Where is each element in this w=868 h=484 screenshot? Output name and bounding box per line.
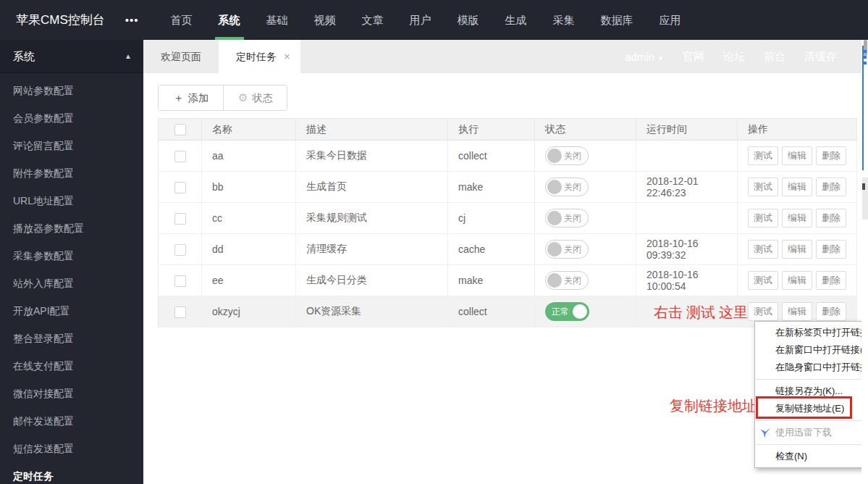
test-button[interactable]: 测试: [748, 146, 778, 165]
tab-welcome[interactable]: 欢迎页面: [143, 40, 219, 73]
cell-desc: 清理缓存: [296, 234, 448, 265]
edit-button[interactable]: 编辑: [782, 302, 812, 321]
topnav-item[interactable]: 应用: [656, 0, 685, 40]
test-button[interactable]: 测试: [748, 209, 778, 228]
context-menu-item[interactable]: 在新窗口中打开链接(W): [755, 341, 868, 359]
toggle-label: 关闭: [562, 243, 588, 256]
context-menu-item[interactable]: 在新标签页中打开链接(T): [755, 324, 868, 341]
cell-exec: make: [448, 265, 535, 296]
edit-button[interactable]: 编辑: [782, 146, 812, 165]
userbar-link[interactable]: 前台: [764, 50, 785, 64]
chevron-down-icon: ▼: [657, 55, 664, 62]
userbar-link[interactable]: 论坛: [723, 50, 745, 64]
table-header-cell: 执行: [448, 119, 535, 141]
status-toggle[interactable]: 关闭: [545, 209, 589, 228]
sidebar-item[interactable]: 播放器参数配置: [0, 214, 143, 242]
test-button[interactable]: 测试: [748, 240, 778, 259]
edit-button[interactable]: 编辑: [782, 209, 812, 228]
cell-name: bb: [202, 172, 296, 203]
sidebar-item[interactable]: 短信发送配置: [0, 435, 143, 462]
sidebar-item[interactable]: 会员参数配置: [0, 104, 143, 132]
row-checkbox[interactable]: [174, 306, 186, 318]
row-checkbox[interactable]: [174, 182, 186, 193]
delete-button[interactable]: 删除: [816, 209, 846, 228]
context-menu-item[interactable]: 在隐身窗口中打开链接(G): [755, 359, 868, 376]
checkbox-cell: [159, 172, 202, 203]
topnav-item[interactable]: 基础: [263, 0, 292, 40]
test-button[interactable]: 测试: [748, 302, 778, 321]
topnav-item[interactable]: 采集: [549, 0, 578, 40]
more-menu-icon[interactable]: •••: [125, 0, 139, 40]
delete-button[interactable]: 删除: [816, 146, 846, 165]
sidebar-item[interactable]: URL地址配置: [0, 187, 143, 214]
topnav-item[interactable]: 数据库: [597, 0, 637, 40]
sidebar-item[interactable]: 邮件发送配置: [0, 407, 143, 435]
add-button[interactable]: ＋添加: [159, 85, 223, 110]
menu-separator: [756, 379, 868, 380]
sidebar-item[interactable]: 网站参数配置: [0, 77, 143, 104]
sidebar-item[interactable]: 评论留言配置: [0, 132, 143, 159]
topnav-item[interactable]: 文章: [358, 0, 387, 40]
userbar-link[interactable]: 清缓存: [804, 50, 837, 64]
userbar-link[interactable]: 官网: [683, 50, 704, 64]
cell-desc: 采集规则测试: [296, 203, 448, 234]
context-menu-item[interactable]: 检查(N): [755, 448, 868, 465]
delete-button[interactable]: 删除: [816, 178, 846, 196]
status-toggle[interactable]: 关闭: [545, 146, 589, 165]
topnav-item[interactable]: 视频: [311, 0, 340, 40]
drag-grip-icon[interactable]: [862, 50, 867, 67]
topnav-item[interactable]: 用户: [406, 0, 435, 40]
topnav-item[interactable]: 模版: [454, 0, 483, 40]
topnav-item[interactable]: 生成: [502, 0, 531, 40]
cell-name: ee: [202, 265, 296, 296]
edit-button[interactable]: 编辑: [782, 240, 812, 259]
cell-status: 关闭: [535, 141, 636, 172]
cell-actions: 测试编辑删除: [738, 141, 857, 172]
sidebar-item[interactable]: 整合登录配置: [0, 325, 143, 352]
test-button[interactable]: 测试: [748, 178, 778, 196]
delete-button[interactable]: 删除: [816, 240, 846, 259]
cell-status: 关闭: [535, 265, 636, 296]
test-button[interactable]: 测试: [748, 271, 778, 290]
topnav-item[interactable]: 系统: [215, 0, 244, 40]
sidebar-item[interactable]: 定时任务: [0, 462, 143, 484]
sidebar-item[interactable]: 站外入库配置: [0, 270, 143, 297]
tab-scheduled-tasks[interactable]: 定时任务×: [219, 40, 300, 73]
toggle-label: 关闭: [562, 275, 588, 287]
scrollbar[interactable]: [861, 40, 868, 484]
toggle-knob: [573, 304, 587, 319]
status-toggle[interactable]: 正常: [545, 302, 589, 321]
status-toggle[interactable]: 关闭: [545, 178, 589, 196]
sidebar-item[interactable]: 附件参数配置: [0, 159, 143, 187]
status-button[interactable]: ⚙状态: [223, 85, 287, 110]
status-toggle[interactable]: 关闭: [545, 240, 589, 259]
user-menu[interactable]: admin ▼: [625, 51, 664, 63]
toggle-label: 关闭: [562, 181, 588, 193]
edit-button[interactable]: 编辑: [782, 178, 812, 196]
sidebar-item[interactable]: 采集参数配置: [0, 242, 143, 270]
row-checkbox[interactable]: [174, 213, 186, 225]
row-checkbox[interactable]: [174, 275, 186, 287]
delete-button[interactable]: 删除: [816, 271, 846, 290]
topnav-item[interactable]: 首页: [167, 0, 196, 40]
cell-actions: 测试编辑删除: [738, 203, 857, 234]
table-row: bb生成首页make关闭2018-12-01 22:46:23测试编辑删除: [159, 172, 857, 203]
status-toggle[interactable]: 关闭: [545, 271, 589, 290]
cell-actions: 测试编辑删除: [738, 234, 857, 265]
edit-button[interactable]: 编辑: [782, 271, 812, 290]
delete-button[interactable]: 删除: [816, 302, 846, 321]
cell-exec: make: [448, 172, 535, 203]
sidebar-group-system[interactable]: 系统 ▲: [0, 40, 143, 73]
row-checkbox[interactable]: [174, 151, 186, 162]
sidebar-item[interactable]: 微信对接配置: [0, 380, 143, 407]
sidebar-item[interactable]: 在线支付配置: [0, 352, 143, 380]
sidebar: 系统 ▲ 网站参数配置会员参数配置评论留言配置附件参数配置URL地址配置播放器参…: [0, 40, 143, 484]
select-all-checkbox[interactable]: [174, 124, 186, 135]
sidebar-item[interactable]: 开放API配置: [0, 297, 143, 325]
cell-name: dd: [202, 234, 296, 265]
row-checkbox[interactable]: [174, 244, 186, 256]
close-icon[interactable]: ×: [284, 50, 290, 62]
cell-name: cc: [202, 203, 296, 234]
tab-strip: 欢迎页面定时任务× admin ▼官网论坛前台清缓存: [143, 40, 861, 73]
context-menu: 在新标签页中打开链接(T)在新窗口中打开链接(W)在隐身窗口中打开链接(G)链接…: [754, 321, 868, 468]
